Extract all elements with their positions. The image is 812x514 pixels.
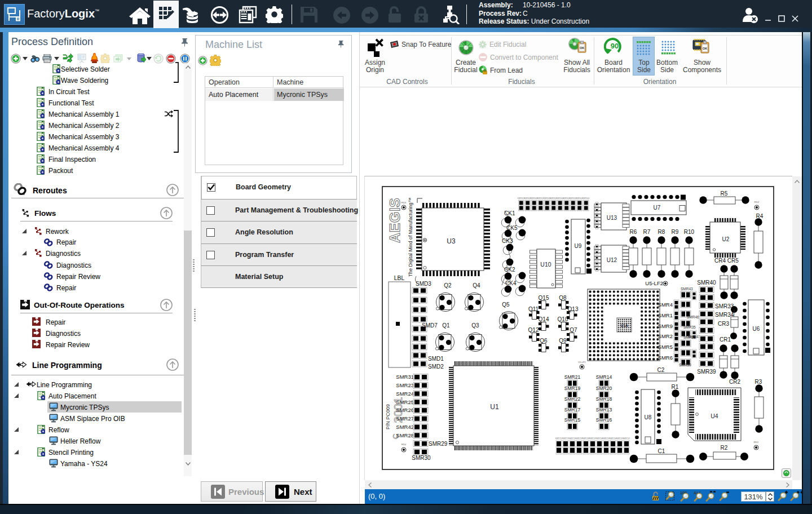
svg-text:CR4 CR5: CR4 CR5 — [714, 258, 739, 264]
svg-text:SMR29: SMR29 — [429, 441, 448, 447]
svg-text:R3: R3 — [755, 379, 762, 385]
svg-text:U6: U6 — [753, 326, 760, 332]
svg-text:R10: R10 — [684, 229, 695, 235]
svg-text:SMR21: SMR21 — [564, 374, 581, 380]
svg-text:90: 90 — [611, 42, 619, 50]
svg-text:SMR2: SMR2 — [658, 333, 673, 339]
svg-text:AEGIS: AEGIS — [387, 198, 403, 243]
svg-text:CK3: CK3 — [502, 238, 513, 244]
svg-text:SMR702: SMR702 — [623, 437, 630, 440]
svg-text:R1: R1 — [672, 384, 679, 390]
svg-text:SMD1: SMD1 — [428, 356, 444, 362]
svg-text:R2: R2 — [721, 445, 728, 451]
svg-text:SMR28: SMR28 — [396, 432, 414, 438]
svg-text:FID2: FID2 — [754, 201, 760, 203]
svg-text:SMD2: SMD2 — [428, 364, 444, 370]
svg-text:C2: C2 — [657, 367, 665, 373]
svg-text:Q8: Q8 — [559, 295, 567, 301]
svg-text:Q14: Q14 — [539, 316, 549, 322]
svg-text:CK2: CK2 — [504, 267, 515, 273]
svg-text:SMR6: SMR6 — [658, 355, 673, 361]
svg-text:U3: U3 — [447, 237, 456, 245]
svg-text:CR3: CR3 — [718, 321, 729, 327]
svg-text:R8: R8 — [658, 229, 665, 235]
svg-text:U10: U10 — [540, 261, 551, 268]
svg-text:SMR50: SMR50 — [679, 363, 691, 367]
svg-text:Q5: Q5 — [502, 302, 510, 308]
svg-text:SMD7: SMD7 — [422, 322, 438, 329]
svg-text:Q1: Q1 — [442, 322, 450, 329]
svg-text:Q3: Q3 — [471, 322, 479, 329]
svg-text:Q10: Q10 — [558, 316, 568, 322]
svg-text:SMR43: SMR43 — [681, 287, 693, 291]
svg-text:SMR35: SMR35 — [683, 325, 696, 329]
svg-text:SMD3: SMD3 — [416, 281, 431, 287]
svg-text:U7: U7 — [654, 205, 661, 211]
svg-text:U2: U2 — [722, 236, 730, 242]
svg-text:SMR40: SMR40 — [697, 280, 716, 286]
svg-text:CK4: CK4 — [505, 280, 517, 286]
svg-text:SMR25: SMR25 — [396, 399, 414, 405]
svg-text:OK: OK — [580, 46, 584, 50]
svg-text:CK1: CK1 — [504, 210, 515, 216]
svg-text:U13: U13 — [607, 215, 617, 221]
svg-text:SMR712: SMR712 — [555, 437, 563, 440]
svg-text:U8: U8 — [645, 414, 652, 420]
svg-text:SMR14: SMR14 — [596, 374, 612, 380]
svg-text:Q7: Q7 — [570, 327, 577, 333]
svg-text:CR1: CR1 — [720, 336, 731, 343]
svg-text:Q12: Q12 — [528, 327, 539, 333]
svg-text:SMR9: SMR9 — [658, 323, 673, 329]
svg-text:U5-LF1: U5-LF1 — [578, 361, 586, 364]
svg-text:SMR27: SMR27 — [396, 415, 414, 422]
svg-text:Q4: Q4 — [473, 282, 480, 289]
svg-text:CK5: CK5 — [506, 225, 518, 231]
svg-text:SMR24: SMR24 — [396, 391, 414, 397]
svg-text:R6: R6 — [630, 229, 637, 235]
svg-text:SMR26: SMR26 — [396, 407, 414, 413]
svg-text:C1: C1 — [658, 448, 665, 454]
svg-text:Q11: Q11 — [528, 306, 539, 312]
svg-text:SMR42: SMR42 — [396, 424, 414, 430]
svg-text:Q2: Q2 — [444, 282, 452, 289]
svg-text:SMR30: SMR30 — [412, 455, 431, 461]
svg-text:U9: U9 — [575, 243, 582, 249]
svg-text:U12: U12 — [607, 257, 617, 263]
svg-text:FID4: FID4 — [401, 443, 407, 446]
svg-text:R9: R9 — [672, 229, 679, 235]
svg-text:SMR5: SMR5 — [658, 344, 673, 350]
svg-text:R5: R5 — [721, 190, 728, 197]
svg-text:SMR47: SMR47 — [688, 335, 700, 339]
svg-text:LBL: LBL — [394, 274, 405, 281]
svg-text:SMR4: SMR4 — [658, 302, 673, 308]
svg-text:CR2: CR2 — [729, 379, 740, 385]
svg-text:Q13: Q13 — [568, 306, 579, 312]
svg-text:SMR600: SMR600 — [582, 197, 590, 200]
svg-text:U1A: U1A — [620, 324, 628, 327]
svg-text:FID1: FID1 — [754, 441, 759, 444]
svg-text:SMR23: SMR23 — [396, 382, 414, 388]
svg-text:SMR711: SMR711 — [562, 437, 570, 440]
svg-text:U1: U1 — [490, 403, 499, 411]
svg-text:OK: OK — [703, 47, 707, 50]
svg-text:SMR39: SMR39 — [697, 369, 716, 375]
svg-text:SMR31: SMR31 — [396, 374, 414, 380]
svg-text:P/N PC009: P/N PC009 — [385, 404, 391, 429]
svg-text:The Digital Mind of Manufactur: The Digital Mind of Manufacturing™ — [408, 198, 413, 277]
svg-text:FID3: FID3 — [401, 201, 407, 204]
svg-text:U4: U4 — [710, 413, 718, 419]
svg-text:Q9: Q9 — [559, 338, 567, 344]
svg-text:Q15: Q15 — [539, 295, 549, 301]
svg-text:Q6: Q6 — [540, 338, 548, 344]
svg-text:SMR1: SMR1 — [658, 312, 673, 318]
svg-text:SMR46: SMR46 — [687, 315, 699, 319]
svg-text:U5-LF2: U5-LF2 — [645, 280, 663, 286]
svg-text:R7: R7 — [643, 229, 651, 235]
svg-text:R4: R4 — [756, 213, 764, 219]
